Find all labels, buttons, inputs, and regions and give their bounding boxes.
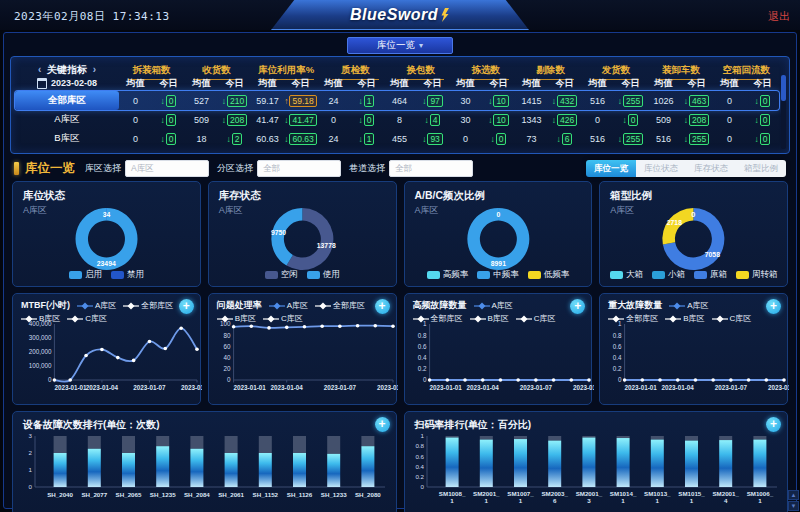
svg-text:2: 2	[29, 449, 33, 456]
datetime: 2023年02月08日 17:34:13	[14, 9, 170, 24]
legend-item[interactable]: 启用	[69, 269, 102, 281]
today-value: ↓41.47	[284, 114, 317, 126]
donut-legend: 高频率中频率低频率	[405, 269, 592, 281]
expand-button[interactable]: +	[766, 299, 781, 314]
svg-text:0.6: 0.6	[613, 343, 622, 350]
legend-item[interactable]: 禁用	[111, 269, 144, 281]
svg-text:4: 4	[723, 497, 727, 504]
avg-label: 均值	[383, 77, 416, 90]
scroll-down-arrow[interactable]: ▼	[788, 501, 799, 511]
indicator-cell: 0↓0	[581, 114, 647, 126]
indicator-cell: 24↓1	[317, 133, 383, 145]
indicator-row-B库区[interactable]: B库区0↓018↓260.63↓60.6324↓1455↓930↓073↓651…	[15, 129, 779, 148]
today-value: ↓0	[614, 114, 647, 126]
legend-label: 中频率	[493, 269, 519, 281]
svg-text:SH_2077: SH_2077	[81, 491, 107, 498]
selector-input[interactable]: 全部	[389, 160, 473, 177]
prev-icon[interactable]: ‹	[35, 64, 44, 75]
table-scrollbar[interactable]	[781, 75, 786, 149]
svg-text:2023-01-07: 2023-01-07	[324, 384, 357, 391]
arrow-down-icon: ↓	[284, 115, 288, 125]
svg-text:40: 40	[223, 354, 231, 361]
indicator-row-A库区[interactable]: A库区0↓0509↓20841.47↓41.470↓08↓430↓101343↓…	[15, 110, 779, 129]
view-selector-button[interactable]: 库位一览 ▾	[347, 37, 453, 54]
arrow-down-icon: ↓	[557, 134, 561, 144]
legend-item[interactable]: 低频率	[528, 269, 570, 281]
legend-item[interactable]: 全部库区	[315, 300, 365, 311]
legend-item[interactable]: 空闲	[265, 269, 298, 281]
legend-item[interactable]: 高频率	[427, 269, 469, 281]
legend-marker-icon	[474, 302, 490, 310]
legend-item[interactable]: A库区	[669, 300, 708, 311]
segment-button-1[interactable]: 库位一览	[586, 160, 636, 177]
arrow-down-icon: ↓	[422, 96, 426, 106]
avg-value: 1415	[515, 96, 548, 106]
arrow-down-icon: ↓	[618, 134, 622, 144]
legend-item[interactable]: 全部库区	[123, 300, 173, 311]
svg-text:2023-01-04: 2023-01-04	[662, 384, 695, 391]
expand-button[interactable]: +	[375, 299, 390, 314]
corner-scroll-arrows: ▲ ▼	[788, 490, 799, 511]
svg-text:20: 20	[223, 365, 231, 372]
arrow-down-icon: ↓	[359, 96, 363, 106]
expand-button[interactable]: +	[375, 417, 390, 432]
svg-text:23494: 23494	[97, 260, 116, 267]
scrollbar-thumb[interactable]	[781, 75, 786, 101]
logout-button[interactable]: 退出	[768, 9, 790, 24]
selector-label: 分区选择	[217, 162, 253, 175]
legend-item[interactable]: 周转箱	[736, 269, 778, 281]
indicator-cell: 464↓97	[383, 95, 449, 107]
today-value: ↓255	[614, 133, 647, 145]
avg-value: 24	[317, 134, 350, 144]
today-badge: 59.18	[289, 95, 316, 107]
svg-text:1: 1	[518, 497, 522, 504]
next-icon[interactable]: ›	[90, 64, 99, 75]
line-panel-mtbf: MTBF(小时)A库区全部库区B库区C库区+0100,000200,000300…	[12, 293, 201, 405]
today-value: ↓0	[152, 95, 185, 107]
avg-value: 0	[713, 115, 746, 125]
subheader-cell: 均值今日	[449, 77, 515, 90]
legend-item[interactable]: A库区	[77, 300, 116, 311]
legend-label: A库区	[492, 300, 513, 311]
svg-text:2023-01-07: 2023-01-07	[519, 384, 552, 391]
svg-text:1: 1	[621, 497, 625, 504]
legend-item[interactable]: 小箱	[652, 269, 685, 281]
expand-button[interactable]: +	[179, 299, 194, 314]
svg-text:0.8: 0.8	[415, 442, 424, 449]
segment-button-2[interactable]: 库位状态	[636, 160, 686, 177]
legend-item[interactable]: 使用	[307, 269, 340, 281]
svg-text:0.4: 0.4	[415, 463, 424, 470]
today-label: 今日	[548, 77, 581, 90]
svg-text:1: 1	[423, 320, 427, 327]
scroll-up-arrow[interactable]: ▲	[788, 490, 799, 500]
today-value: ↓0	[482, 133, 515, 145]
selector-input[interactable]: A库区	[125, 160, 209, 177]
column-header-label: 空箱回流数	[723, 64, 771, 75]
legend-label: 空闲	[281, 269, 298, 281]
svg-text:2023-01-07: 2023-01-07	[133, 384, 166, 391]
today-label: 今日	[350, 77, 383, 90]
segment-button-4[interactable]: 箱型比例	[736, 160, 786, 177]
today-badge: 97	[427, 95, 442, 107]
svg-text:2718: 2718	[667, 219, 682, 226]
today-label: 今日	[680, 77, 713, 90]
indicator-row-全部库区[interactable]: 全部库区0↓0527↓21059.17↑59.1824↓1464↓9730↓10…	[15, 91, 779, 110]
indicator-cell: 30↓10	[449, 95, 515, 107]
avg-value: 0	[119, 96, 152, 106]
indicator-cell: 0↓0	[119, 95, 185, 107]
date-picker[interactable]: 2023-02-08	[15, 78, 119, 89]
panel-title: 箱型比例	[610, 189, 787, 203]
legend-item[interactable]: 原箱	[694, 269, 727, 281]
expand-button[interactable]: +	[766, 417, 781, 432]
legend-item[interactable]: 中频率	[477, 269, 519, 281]
legend-item[interactable]: 大箱	[610, 269, 643, 281]
legend-item[interactable]: A库区	[269, 300, 308, 311]
legend-item[interactable]: A库区	[474, 300, 513, 311]
avg-label: 均值	[449, 77, 482, 90]
avg-label: 均值	[185, 77, 218, 90]
selector-input[interactable]: 全部	[257, 160, 341, 177]
panel-title: 库位状态	[23, 189, 200, 203]
today-value: ↓0	[746, 114, 779, 126]
svg-text:2023-01-10: 2023-01-10	[572, 384, 593, 391]
segment-button-3[interactable]: 库存状态	[686, 160, 736, 177]
